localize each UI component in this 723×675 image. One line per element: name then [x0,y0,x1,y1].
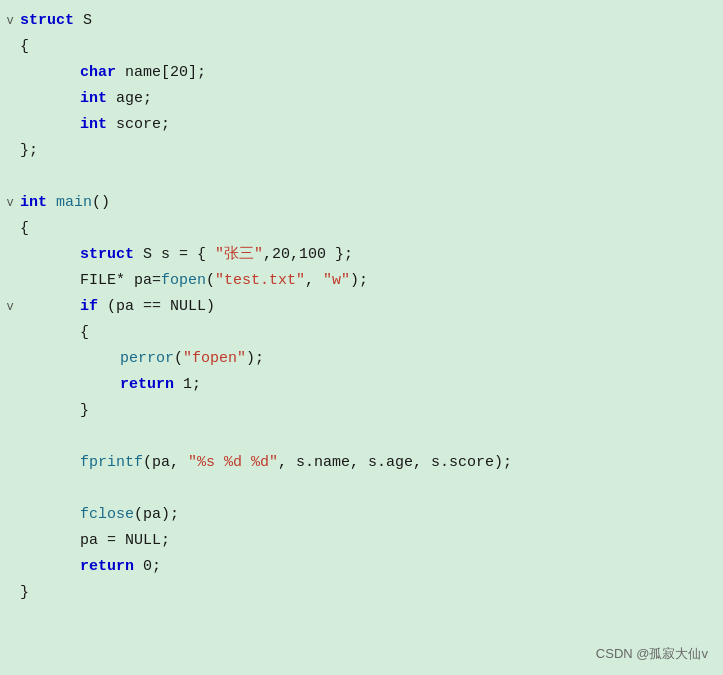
token-plain: score; [107,116,170,133]
fold-indicator[interactable]: v [0,11,20,31]
code-line: { [0,320,723,346]
line-content: }; [20,139,723,163]
token-func: fopen [161,272,206,289]
token-plain: }; [20,142,38,159]
line-content: } [20,581,723,605]
fold-indicator[interactable] [0,387,20,388]
line-content: { [20,217,723,241]
token-func: fprintf [80,454,143,471]
fold-indicator[interactable] [0,477,20,478]
token-plain: ( [174,350,183,367]
token-string: "张三" [215,246,263,263]
token-plain: ( [206,272,215,289]
fold-indicator[interactable]: v [0,297,20,317]
line-content: pa = NULL; [20,529,723,553]
token-type: int [80,90,107,107]
code-line: int age; [0,86,723,112]
code-line: struct S s = { "张三",20,100 }; [0,242,723,268]
fold-indicator[interactable] [0,257,20,258]
token-kw: return [120,376,174,393]
code-line: int score; [0,112,723,138]
fold-indicator[interactable] [0,127,20,128]
fold-indicator[interactable] [0,465,20,466]
token-plain: (pa == NULL) [98,298,215,315]
token-string: "%s %d %d" [188,454,278,471]
token-plain: 1; [174,376,201,393]
line-content: return 0; [20,555,723,579]
token-plain [47,194,56,211]
fold-indicator[interactable] [0,75,20,76]
token-plain: ); [246,350,264,367]
fold-indicator[interactable] [0,231,20,232]
token-plain: { [20,38,29,55]
token-plain: ); [350,272,368,289]
line-content: int main() [20,191,723,215]
line-content: struct S [20,9,723,33]
token-kw: struct [20,12,74,29]
token-plain: age; [107,90,152,107]
token-plain: S s = { [134,246,215,263]
token-plain: } [20,584,29,601]
line-content: if (pa == NULL) [20,295,723,319]
token-plain: { [80,324,89,341]
fold-indicator[interactable] [0,425,20,426]
token-plain: { [20,220,29,237]
code-editor: vstruct S{char name[20];int age;int scor… [0,0,723,675]
token-plain: , s.name, s.age, s.score); [278,454,512,471]
code-line: }; [0,138,723,164]
fold-indicator[interactable] [0,153,20,154]
token-type: int [80,116,107,133]
fold-indicator[interactable] [0,543,20,544]
code-line: fclose(pa); [0,502,723,528]
line-content: } [20,399,723,423]
fold-indicator[interactable] [0,361,20,362]
code-line: fprintf(pa, "%s %d %d", s.name, s.age, s… [0,450,723,476]
fold-indicator[interactable]: v [0,193,20,213]
token-kw: return [80,558,134,575]
fold-indicator[interactable] [0,517,20,518]
line-content: fprintf(pa, "%s %d %d", s.name, s.age, s… [20,451,723,475]
code-line: pa = NULL; [0,528,723,554]
token-plain: , [305,272,323,289]
token-plain: name[20]; [116,64,206,81]
watermark: CSDN @孤寂大仙v [596,644,708,665]
code-line: char name[20]; [0,60,723,86]
fold-indicator[interactable] [0,335,20,336]
token-func: perror [120,350,174,367]
token-plain: 0; [134,558,161,575]
code-line: return 1; [0,372,723,398]
code-line: FILE* pa=fopen("test.txt", "w"); [0,268,723,294]
fold-indicator[interactable] [0,165,20,166]
line-content: perror("fopen"); [20,347,723,371]
fold-indicator[interactable] [0,49,20,50]
line-content: FILE* pa=fopen("test.txt", "w"); [20,269,723,293]
token-type: struct [80,246,134,263]
fold-indicator[interactable] [0,413,20,414]
token-plain: S [74,12,92,29]
code-line: vstruct S [0,8,723,34]
token-plain: } [80,402,89,419]
token-string: "fopen" [183,350,246,367]
line-content: struct S s = { "张三",20,100 }; [20,243,723,267]
token-type: char [80,64,116,81]
token-plain: pa = NULL; [80,532,170,549]
code-line: vint main() [0,190,723,216]
line-content: { [20,35,723,59]
code-content: vstruct S{char name[20];int age;int scor… [0,8,723,606]
fold-indicator[interactable] [0,569,20,570]
token-plain: FILE* pa= [80,272,161,289]
token-plain: () [92,194,110,211]
fold-indicator[interactable] [0,283,20,284]
code-line [0,424,723,450]
line-content: char name[20]; [20,61,723,85]
code-line: } [0,580,723,606]
code-line: { [0,216,723,242]
line-content: int score; [20,113,723,137]
token-plain: ,20,100 }; [263,246,353,263]
line-content: { [20,321,723,345]
token-kw: if [80,298,98,315]
fold-indicator[interactable] [0,595,20,596]
token-plain: (pa, [143,454,188,471]
fold-indicator[interactable] [0,101,20,102]
code-line: return 0; [0,554,723,580]
